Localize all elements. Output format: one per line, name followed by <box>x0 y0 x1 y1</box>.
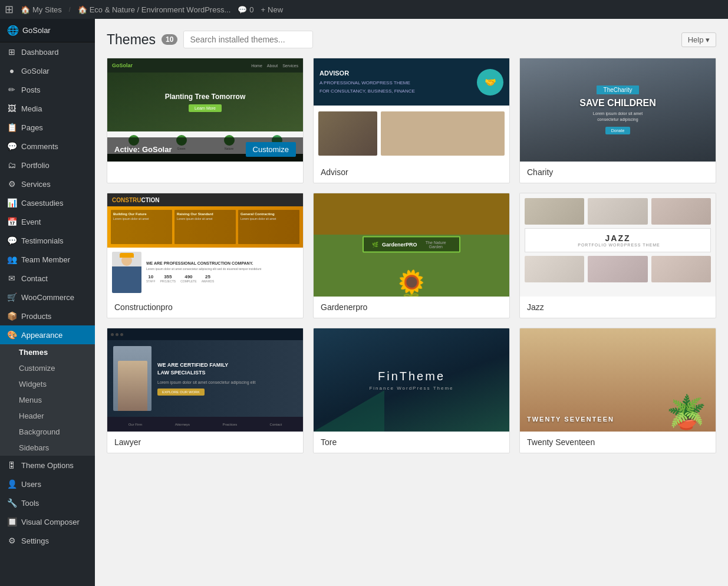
products-icon: 📦 <box>7 311 17 321</box>
woocommerce-icon: 🛒 <box>7 292 17 302</box>
sidebar-item-tools[interactable]: 🔧Tools <box>0 493 95 512</box>
submenu-background[interactable]: Background <box>0 424 95 440</box>
page-title: Themes <box>107 32 156 48</box>
gosolar-hero-text: Planting Tree Tomorrow <box>165 93 245 101</box>
sidebar-item-comments[interactable]: 💬Comments <box>0 137 95 156</box>
theme-name-lawyer: Lawyer <box>107 432 303 453</box>
theme-name-advisor: Advisor <box>314 162 509 183</box>
theme-name-charity: Charity <box>520 162 716 183</box>
submenu-themes[interactable]: Themes <box>0 344 95 360</box>
sidebar-item-woocommerce[interactable]: 🛒WooCommerce <box>0 288 95 307</box>
new-link[interactable]: + New <box>261 5 284 14</box>
tools-icon: 🔧 <box>7 498 17 508</box>
sidebar-item-visual-composer[interactable]: 🔲Visual Composer <box>0 512 95 531</box>
home-icon-2: 🏠 <box>78 5 87 14</box>
sidebar: 🌐 GoSolar ⊞Dashboard ●GoSolar ✏Posts 🖼Me… <box>0 19 95 586</box>
sidebar-item-event[interactable]: 📅Event <box>0 212 95 231</box>
theme-card-lawyer[interactable]: WE ARE CERTIFIED FAMILYLAW SPECIALISTS L… <box>107 328 304 453</box>
theme-card-gardenerpro[interactable]: 🌿 GardenerPRO The Nature Garden 🌻 Garden… <box>313 193 510 318</box>
customize-button[interactable]: Customize <box>246 142 296 157</box>
portfolio-icon: 🗂 <box>7 160 17 170</box>
gosolar-btn: Learn More <box>189 104 222 112</box>
sidebar-item-posts[interactable]: ✏Posts <box>0 80 95 99</box>
settings-icon: ⚙ <box>7 536 17 545</box>
pages-icon: 📋 <box>7 123 17 132</box>
theme-card-tore[interactable]: FinTheme Finance WordPress Theme Tore <box>313 328 510 453</box>
comments-link[interactable]: 💬 0 <box>238 5 253 14</box>
theme-card-twentyseventeen[interactable]: 🪴 TWENTY SEVENTEEN Twenty Seventeen <box>519 328 716 453</box>
gosolar-icon: ● <box>7 66 17 75</box>
comments-menu-icon: 💬 <box>7 141 17 151</box>
contact-icon: ✉ <box>7 274 17 283</box>
sidebar-item-team-member[interactable]: 👥Team Member <box>0 250 95 269</box>
site-name-item[interactable]: 🌐 GoSolar <box>0 19 95 42</box>
theme-card-jazz[interactable]: JAZZ PORTFOLIO WORDPRESS THEME <box>519 193 716 318</box>
theme-name-tore: Tore <box>314 432 509 453</box>
submenu-menus[interactable]: Menus <box>0 392 95 408</box>
admin-bar: ⊞ 🏠 My Sites / 🏠 Eco & Nature / Environm… <box>0 0 728 19</box>
sidebar-item-settings[interactable]: ⚙Settings <box>0 531 95 550</box>
dashboard-icon: ⊞ <box>7 47 17 57</box>
theme-card-charity[interactable]: TheCharity SAVE CHILDREN Lorem ipsum dol… <box>519 58 716 183</box>
sidebar-item-users[interactable]: 👤Users <box>0 475 95 493</box>
sidebar-item-products[interactable]: 📦Products <box>0 307 95 325</box>
sidebar-item-gosolar[interactable]: ●GoSolar <box>0 61 95 80</box>
theme-name-constructionpro: Constructionpro <box>107 297 303 318</box>
submenu-customize[interactable]: Customize <box>0 360 95 376</box>
users-icon: 👤 <box>7 479 17 489</box>
themes-count-badge: 10 <box>162 34 177 45</box>
sidebar-item-testimonials[interactable]: 💬Testimonials <box>0 231 95 250</box>
appearance-icon: 🎨 <box>7 330 17 340</box>
event-icon: 📅 <box>7 217 17 226</box>
sidebar-item-dashboard[interactable]: ⊞Dashboard <box>0 42 95 61</box>
sidebar-item-portfolio[interactable]: 🗂Portfolio <box>0 156 95 175</box>
theme-name-jazz: Jazz <box>520 297 716 318</box>
casestudies-icon: 📊 <box>7 198 17 208</box>
help-button[interactable]: Help ▾ <box>681 32 716 47</box>
submenu-widgets[interactable]: Widgets <box>0 376 95 392</box>
testimonials-icon: 💬 <box>7 236 17 245</box>
themes-grid: GoSolar Home About Services Planting Tre… <box>107 58 716 453</box>
my-sites-link[interactable]: 🏠 My Sites <box>21 5 62 14</box>
sidebar-item-services[interactable]: ⚙Services <box>0 175 95 193</box>
theme-card-constructionpro[interactable]: CONSTRUCTION Building Our Future Lorem i… <box>107 193 304 318</box>
theme-name-twentyseventeen: Twenty Seventeen <box>520 432 716 453</box>
vc-icon: 🔲 <box>7 517 17 526</box>
sidebar-item-contact[interactable]: ✉Contact <box>0 269 95 288</box>
home-icon: 🏠 <box>21 5 30 14</box>
sidebar-item-casestudies[interactable]: 📊Casestudies <box>0 193 95 212</box>
search-themes-input[interactable] <box>183 31 313 48</box>
site-name-link[interactable]: 🏠 Eco & Nature / Environment WordPress..… <box>78 5 231 14</box>
sidebar-item-appearance[interactable]: 🎨Appearance <box>0 325 95 344</box>
submenu-header[interactable]: Header <box>0 408 95 424</box>
sidebar-item-media[interactable]: 🖼Media <box>0 99 95 118</box>
theme-options-icon: 🎛 <box>7 460 17 470</box>
site-icon: 🌐 <box>7 25 19 36</box>
active-overlay: Active: GoSolar Customize <box>107 137 303 162</box>
wp-logo-icon[interactable]: ⊞ <box>5 3 14 16</box>
posts-icon: ✏ <box>7 85 17 94</box>
themes-header: Themes 10 Help ▾ <box>107 31 716 48</box>
sidebar-item-theme-options[interactable]: 🎛Theme Options <box>0 456 95 475</box>
services-icon: ⚙ <box>7 179 17 189</box>
media-icon: 🖼 <box>7 104 17 113</box>
theme-name-gardenerpro: Gardenerpro <box>314 297 509 318</box>
team-icon: 👥 <box>7 255 17 264</box>
theme-card-advisor[interactable]: ADVISORA PROFESSIONAL WORDPRESS THEMEFOR… <box>313 58 510 183</box>
submenu-sidebars[interactable]: Sidebars <box>0 440 95 456</box>
main-content: Themes 10 Help ▾ GoSolar Home <box>95 19 728 586</box>
comments-icon: 💬 <box>238 5 247 14</box>
theme-card-gosolar[interactable]: GoSolar Home About Services Planting Tre… <box>107 58 304 183</box>
active-theme-label: Active: GoSolar <box>114 145 172 154</box>
sidebar-item-pages[interactable]: 📋Pages <box>0 118 95 137</box>
